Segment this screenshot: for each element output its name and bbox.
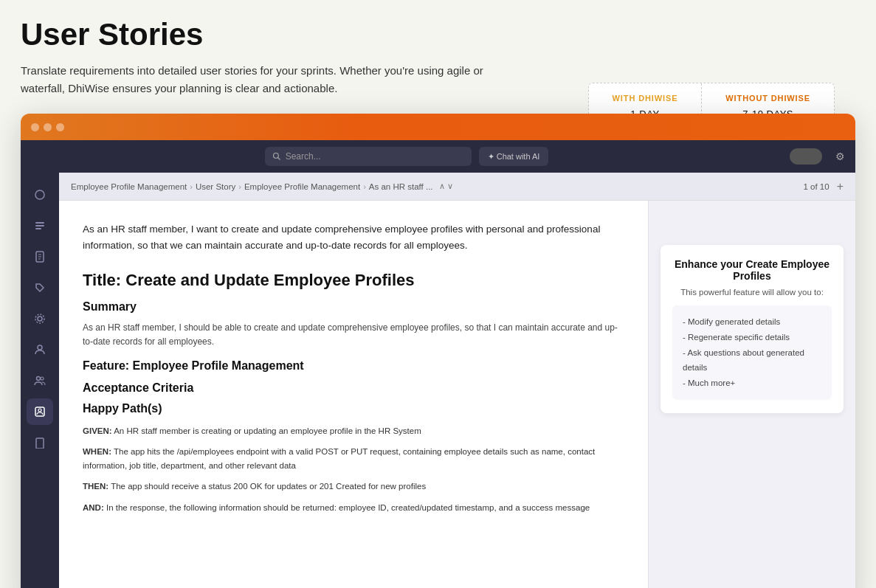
- enhance-card: Enhance your Create Employee Profiles Th…: [661, 245, 844, 412]
- breadcrumb-up[interactable]: ∧: [439, 181, 445, 191]
- sidebar-icon-team[interactable]: [27, 367, 53, 394]
- enhance-feature-3: - Ask questions about generated details: [683, 345, 821, 376]
- content-layout: As an HR staff member, I want to create …: [59, 201, 855, 588]
- page-description: Translate requirements into detailed use…: [21, 62, 508, 97]
- breadcrumb-sep-1: ›: [190, 182, 193, 191]
- step-and: AND: In the response, the following info…: [83, 501, 624, 514]
- step-then: THEN: The app should receive a status 20…: [83, 480, 624, 493]
- right-panel: Enhance your Create Employee Profiles Th…: [649, 201, 855, 588]
- without-label: WITHOUT DHIWISE: [725, 94, 810, 103]
- svg-point-14: [41, 377, 44, 380]
- sidebar-icon-home[interactable]: [27, 181, 53, 208]
- svg-rect-17: [36, 438, 44, 449]
- app-window: Search... ✦ Chat with AI ⚙: [21, 114, 855, 588]
- sidebar-icon-tag[interactable]: [27, 274, 53, 301]
- titlebar-dot-yellow: [44, 123, 52, 131]
- breadcrumb-bar: Employee Profile Management › User Story…: [59, 173, 855, 201]
- breadcrumb-down[interactable]: ∨: [447, 181, 453, 191]
- theme-toggle[interactable]: [790, 148, 822, 165]
- svg-rect-3: [35, 222, 44, 224]
- sidebar-icon-doc[interactable]: [27, 243, 53, 270]
- search-bar[interactable]: Search...: [265, 147, 472, 166]
- titlebar-dot-green: [56, 123, 64, 131]
- enhance-title: Enhance your Create Employee Profiles: [672, 258, 832, 282]
- chat-ai-button[interactable]: ✦ Chat with AI: [479, 147, 549, 166]
- sidebar-icon-active-user[interactable]: [27, 398, 53, 425]
- step-when: WHEN: The app hits the /api/employees en…: [83, 445, 624, 472]
- main-area: Employee Profile Management › User Story…: [59, 173, 855, 588]
- svg-point-10: [38, 317, 42, 321]
- titlebar-dot-red: [31, 123, 39, 131]
- sidebar-icon-list[interactable]: [27, 212, 53, 239]
- search-icon: [272, 152, 281, 161]
- svg-point-11: [35, 314, 44, 323]
- enhance-features: - Modify generated details - Regenerate …: [672, 305, 832, 399]
- enhance-subtitle: This powerful feature will allow you to:: [672, 288, 832, 297]
- svg-point-2: [35, 190, 44, 199]
- breadcrumb-counter: 1 of 10: [803, 182, 829, 191]
- doc-title: Title: Create and Update Employee Profil…: [83, 271, 624, 290]
- sidebar-icon-settings[interactable]: [27, 305, 53, 332]
- user-story-intro: As an HR staff member, I want to create …: [83, 221, 624, 255]
- breadcrumb-3: Employee Profile Management: [244, 182, 360, 191]
- svg-point-13: [37, 377, 41, 381]
- enhance-feature-1: - Modify generated details: [683, 314, 821, 330]
- add-tab-button[interactable]: +: [837, 180, 844, 193]
- happy-path-title: Happy Path(s): [83, 402, 624, 415]
- sidebar-icon-person[interactable]: [27, 336, 53, 363]
- with-label: WITH DHIWISE: [613, 94, 678, 103]
- sidebar: [21, 173, 59, 588]
- svg-rect-5: [35, 228, 41, 229]
- breadcrumb-1: Employee Profile Management: [71, 182, 187, 191]
- breadcrumb-2: User Story: [196, 182, 235, 191]
- app-topbar: Search... ✦ Chat with AI ⚙: [21, 140, 855, 173]
- page-title: User Stories: [21, 18, 855, 52]
- step-given: GIVEN: An HR staff member is creating or…: [83, 424, 624, 437]
- summary-body: As an HR staff member, I should be able …: [83, 321, 624, 349]
- app-titlebar: [21, 114, 855, 140]
- svg-point-0: [273, 153, 278, 159]
- breadcrumb-sep-3: ›: [363, 182, 366, 191]
- settings-icon[interactable]: ⚙: [835, 151, 845, 162]
- sidebar-icon-trash[interactable]: [27, 429, 53, 456]
- breadcrumb-4: As an HR staff ...: [369, 182, 433, 191]
- summary-title: Summary: [83, 300, 624, 314]
- acceptance-title: Acceptance Criteria: [83, 381, 624, 395]
- search-placeholder: Search...: [286, 151, 321, 162]
- svg-point-12: [38, 345, 42, 350]
- svg-rect-4: [35, 225, 44, 226]
- svg-point-16: [38, 409, 41, 412]
- breadcrumb-sep-2: ›: [238, 182, 241, 191]
- enhance-feature-4: - Much more+: [683, 376, 821, 391]
- svg-line-1: [277, 158, 280, 160]
- app-body: Employee Profile Management › User Story…: [21, 173, 855, 588]
- breadcrumb-nav[interactable]: ∧ ∨: [439, 181, 453, 191]
- doc-panel: As an HR staff member, I want to create …: [59, 201, 649, 588]
- feature-title: Feature: Employee Profile Management: [83, 359, 624, 373]
- enhance-feature-2: - Regenerate specific details: [683, 330, 821, 345]
- titlebar-dots: [31, 123, 64, 131]
